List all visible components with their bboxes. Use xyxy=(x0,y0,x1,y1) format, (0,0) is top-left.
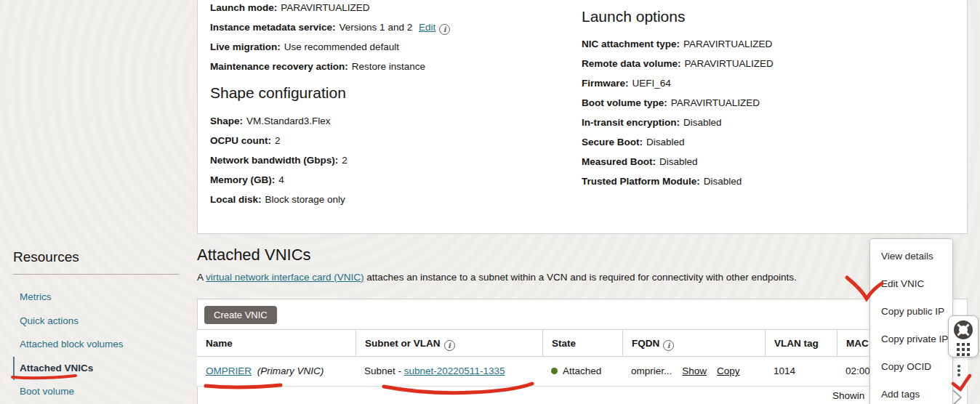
column-label: FQDN xyxy=(632,338,659,349)
wheel-icon[interactable] xyxy=(952,319,974,341)
detail-label: In-transit encryption: xyxy=(582,117,680,128)
shape-configuration-list: Shape:VM.Standard3.Flex OCPU count:2 Net… xyxy=(210,111,348,209)
detail-value: 2 xyxy=(342,155,348,166)
table-footer-showing-text: Showin xyxy=(832,390,864,401)
detail-value: VM.Standard3.Flex xyxy=(246,116,331,126)
column-header-state: State xyxy=(542,330,622,356)
detail-value: Block storage only xyxy=(265,194,345,205)
attached-vnics-description: A virtual network interface card (VNIC) … xyxy=(197,272,797,283)
info-icon: i xyxy=(439,24,450,35)
detail-label: NIC attachment type: xyxy=(582,39,680,49)
info-icon: i xyxy=(444,340,455,351)
create-vnic-button[interactable]: Create VNIC xyxy=(204,306,277,324)
detail-value: Restore instance xyxy=(352,61,425,72)
detail-label: Launch mode: xyxy=(210,2,277,13)
detail-label: Boot volume type: xyxy=(582,97,667,108)
fqdn-copy-link[interactable]: Copy xyxy=(717,365,740,376)
detail-label: Instance metadata service: xyxy=(210,22,336,33)
detail-line: Measured Boot:Disabled xyxy=(582,152,774,171)
detail-label: Memory (GB): xyxy=(210,174,275,185)
vnics-table-header: Name Subnet or VLANi State FQDNi VLAN ta… xyxy=(197,329,968,357)
detail-line: Trusted Platform Module:Disabled xyxy=(582,171,774,191)
detail-line: OCPU count:2 xyxy=(210,131,348,150)
column-header-name: Name xyxy=(197,330,356,356)
detail-label: Measured Boot: xyxy=(582,156,656,167)
detail-line: Maintenance recovery action:Restore inst… xyxy=(210,57,450,76)
detail-value: PARAVIRTUALIZED xyxy=(685,58,774,69)
detail-value: PARAVIRTUALIZED xyxy=(683,39,772,49)
cell-subnet: Subnet - subnet-20220511-1335 xyxy=(356,357,542,386)
vnic-doc-link[interactable]: virtual network interface card (VNIC) xyxy=(206,272,364,283)
column-header-fqdn: FQDNi xyxy=(622,330,765,356)
resources-divider xyxy=(13,274,179,275)
detail-label: OCPU count: xyxy=(210,135,271,146)
sidebar-item-boot-volume[interactable]: Boot volume xyxy=(13,380,180,404)
subnet-prefix: Subnet - xyxy=(364,365,404,376)
extension-widget[interactable] xyxy=(948,315,979,357)
sidebar-item-quick-actions[interactable]: Quick actions xyxy=(13,310,180,334)
detail-value: UEFI_64 xyxy=(632,78,671,89)
detail-value: Disabled xyxy=(646,137,685,148)
cell-vlan-tag: 1014 xyxy=(765,357,837,386)
info-icon: i xyxy=(663,340,674,351)
detail-line: Local disk:Block storage only xyxy=(210,190,348,209)
cell-state: Attached xyxy=(542,357,622,386)
detail-label: Shape: xyxy=(210,116,243,126)
description-prefix: A xyxy=(197,272,206,283)
general-details-list: Launch mode:PARAVIRTUALIZED Instance met… xyxy=(210,0,450,76)
column-label: VLAN tag xyxy=(774,338,819,349)
fqdn-show-link[interactable]: Show xyxy=(682,365,707,376)
vlan-tag-value: 1014 xyxy=(774,365,795,376)
column-header-subnet-or-vlan: Subnet or VLANi xyxy=(356,330,542,356)
column-header-vlan-tag: VLAN tag xyxy=(765,330,837,356)
detail-label: Trusted Platform Module: xyxy=(582,176,700,187)
detail-line: Network bandwidth (Gbps):2 xyxy=(210,150,348,170)
menu-item-copy-public-ip[interactable]: Copy public IP xyxy=(870,298,952,326)
detail-label: Live migration: xyxy=(210,41,281,52)
fqdn-value: omprier... xyxy=(631,365,672,376)
grid-dots-icon[interactable] xyxy=(957,343,970,356)
detail-label: Network bandwidth (Gbps): xyxy=(210,155,338,166)
detail-line: Memory (GB):4 xyxy=(210,170,348,190)
menu-item-copy-private-ip[interactable]: Copy private IP xyxy=(870,326,952,353)
menu-item-copy-ocid[interactable]: Copy OCID xyxy=(870,353,952,381)
detail-value: 2 xyxy=(275,135,281,146)
cell-name: OMPRIER (Primary VNIC) xyxy=(197,357,356,386)
shape-configuration-heading: Shape configuration xyxy=(210,84,346,102)
sidebar-item-metrics[interactable]: Metrics xyxy=(13,286,180,310)
mac-value: 02:00: xyxy=(846,365,873,376)
detail-value: Disabled xyxy=(659,156,698,167)
edit-metadata-link[interactable]: Edit xyxy=(419,22,435,33)
detail-label: Secure Boot: xyxy=(582,137,643,148)
detail-line: In-transit encryption:Disabled xyxy=(582,113,774,132)
row-actions-kebab-icon[interactable] xyxy=(956,363,962,378)
detail-line: Shape:VM.Standard3.Flex xyxy=(210,111,348,131)
menu-item-view-details[interactable]: View details xyxy=(870,243,952,270)
subnet-link[interactable]: subnet-20220511-1335 xyxy=(404,365,505,376)
menu-item-edit-vnic[interactable]: Edit VNIC xyxy=(870,270,952,298)
vnic-table-row: OMPRIER (Primary VNIC) Subnet - subnet-2… xyxy=(197,357,968,387)
vnic-name-link[interactable]: OMPRIER xyxy=(206,365,252,376)
menu-item-add-tags[interactable]: Add tags xyxy=(870,381,952,404)
primary-vnic-label: (Primary VNIC) xyxy=(257,365,324,376)
status-dot-icon xyxy=(551,368,558,374)
detail-line: Live migration:Use recommended default xyxy=(210,37,450,57)
cell-fqdn: omprier...ShowCopy xyxy=(622,357,765,386)
oci-instance-details-page: Launch mode:PARAVIRTUALIZED Instance met… xyxy=(0,0,980,404)
detail-value: 4 xyxy=(278,174,284,185)
detail-value: Use recommended default xyxy=(284,41,399,52)
detail-line: NIC attachment type:PARAVIRTUALIZED xyxy=(582,34,774,54)
detail-value: PARAVIRTUALIZED xyxy=(281,2,369,13)
launch-options-heading: Launch options xyxy=(582,8,685,25)
column-label: Subnet or VLAN xyxy=(365,338,441,349)
detail-line: Remote data volume:PARAVIRTUALIZED xyxy=(582,54,774,73)
sidebar-item-attached-vnics[interactable]: Attached VNICs xyxy=(13,357,180,381)
sidebar-item-attached-block-volumes[interactable]: Attached block volumes xyxy=(13,333,180,357)
detail-line: Instance metadata service:Versions 1 and… xyxy=(210,17,450,37)
detail-value: Disabled xyxy=(704,176,742,187)
detail-line: Launch mode:PARAVIRTUALIZED xyxy=(210,0,450,17)
detail-line: Firmware:UEFI_64 xyxy=(582,73,774,93)
resources-nav: Metrics Quick actions Attached block vol… xyxy=(13,286,180,404)
detail-label: Remote data volume: xyxy=(582,58,681,69)
detail-value: Versions 1 and 2 xyxy=(340,22,413,33)
